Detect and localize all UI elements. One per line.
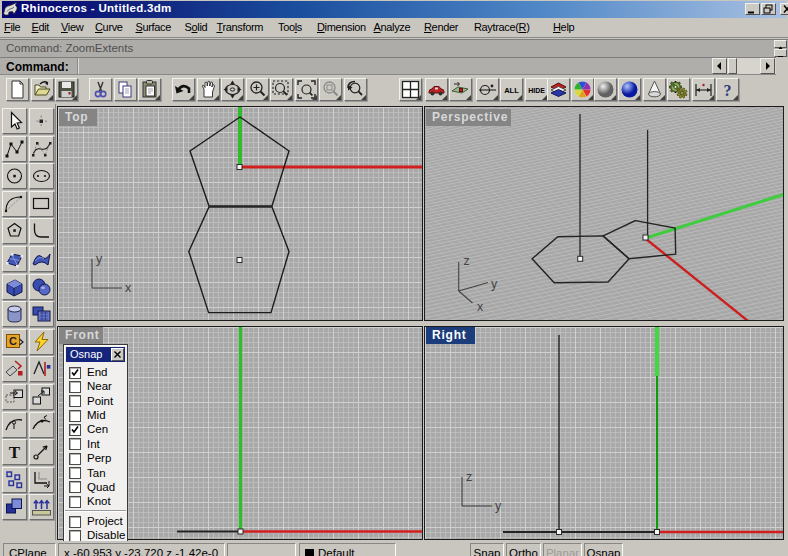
svg-text:z: z xyxy=(464,254,470,268)
svg-text:y: y xyxy=(491,277,498,291)
svg-text:x: x xyxy=(125,281,132,295)
svg-text:HIDE: HIDE xyxy=(528,87,545,94)
svg-text:y: y xyxy=(96,252,103,266)
svg-text:z: z xyxy=(466,470,472,484)
svg-text:x: x xyxy=(477,300,484,314)
svg-text:C: C xyxy=(9,335,17,347)
svg-text:T: T xyxy=(9,443,21,462)
svg-text:?: ? xyxy=(724,82,732,99)
svg-text:y: y xyxy=(495,499,502,513)
svg-text:ALL: ALL xyxy=(504,86,519,95)
